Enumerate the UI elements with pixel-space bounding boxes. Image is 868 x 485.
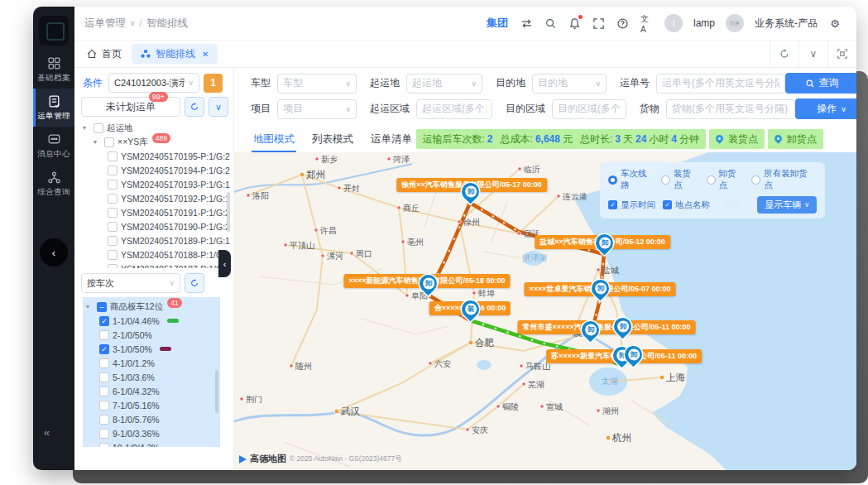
swap-icon[interactable] bbox=[520, 17, 534, 30]
route-stop-label[interactable]: 常州市盛×××××汽车销售服务有限公司/05-11 00:00 bbox=[518, 320, 696, 334]
mode-tab-运单清单[interactable]: 运单清单 bbox=[369, 127, 414, 152]
checkbox-icon[interactable]: ✓ bbox=[663, 200, 672, 209]
group-switcher[interactable]: 集团 bbox=[487, 16, 508, 31]
vehicle-root-row[interactable]: ▾–商品板车12位41 bbox=[86, 300, 220, 314]
refresh-button[interactable] bbox=[185, 97, 204, 117]
checkbox[interactable] bbox=[94, 123, 103, 133]
breadcrumb-section[interactable]: 运单管理 bbox=[84, 17, 126, 31]
map-pin-unload[interactable]: 卸 bbox=[610, 315, 635, 339]
unplanned-waybills-button[interactable]: 未计划运单 99+ bbox=[81, 97, 180, 117]
checkbox[interactable] bbox=[99, 372, 109, 382]
gear-icon[interactable]: ⚙ bbox=[828, 17, 842, 30]
translate-icon[interactable]: 文A bbox=[640, 17, 654, 30]
origin-select[interactable]: 起运地∨ bbox=[406, 74, 482, 94]
tab-smart-routing[interactable]: 智能排线 ✕ bbox=[132, 44, 218, 64]
tree-row-warehouse[interactable]: ▾××YS库489 bbox=[83, 135, 230, 149]
checkbox[interactable] bbox=[108, 236, 117, 246]
show-vehicles-button[interactable]: 显示车辆∨ bbox=[757, 196, 817, 214]
radio-icon[interactable] bbox=[608, 175, 617, 185]
panel-collapse-handle[interactable]: ‹ bbox=[218, 250, 231, 277]
legend-check-显示时间[interactable]: ✓显示时间 bbox=[608, 199, 655, 211]
switch-avatar[interactable]: 切换 bbox=[726, 14, 744, 32]
radio-icon[interactable] bbox=[661, 175, 670, 185]
sidebar-collapse-bottom[interactable]: « bbox=[44, 426, 49, 439]
waybill-row[interactable]: YSM202405170187-P:1/G:210 bbox=[83, 262, 230, 268]
search-icon[interactable] bbox=[544, 17, 558, 30]
legend-radio-所有装卸货点[interactable]: 所有装卸货点 bbox=[751, 168, 809, 191]
waybill-row[interactable]: YSM202405170189-P:1/G:175 bbox=[83, 233, 230, 247]
system-name[interactable]: 业务系统-产品 bbox=[755, 17, 818, 31]
trip-row[interactable]: 10-1/0/4.3% bbox=[86, 440, 220, 447]
waybill-row[interactable]: YSM202405170192-P:1/G:175 bbox=[83, 191, 230, 205]
project-select[interactable]: 项目∨ bbox=[277, 99, 357, 119]
condition-count-badge[interactable]: 1 bbox=[204, 74, 223, 93]
checkbox[interactable] bbox=[108, 180, 117, 190]
radio-icon[interactable] bbox=[707, 175, 716, 185]
waybill-row[interactable]: YSM202405170191-P:1/G:210 bbox=[83, 205, 230, 219]
checkbox[interactable] bbox=[108, 222, 117, 232]
checkbox[interactable] bbox=[104, 137, 114, 147]
checkbox[interactable] bbox=[99, 358, 109, 368]
vehicle-type-select[interactable]: 车型∨ bbox=[277, 74, 357, 94]
radio-icon[interactable] bbox=[751, 175, 760, 185]
bell-icon[interactable] bbox=[568, 17, 582, 30]
close-icon[interactable]: ✕ bbox=[202, 50, 209, 59]
checkbox[interactable]: ✓ bbox=[99, 316, 109, 326]
load-point-legend[interactable]: 装货点 bbox=[709, 129, 765, 149]
checkbox[interactable] bbox=[99, 443, 109, 448]
cargo-input[interactable]: 货物(多个用英文逗号分隔) bbox=[666, 99, 795, 119]
trip-row[interactable]: ✓1-1/0/4.46% bbox=[86, 314, 220, 328]
caret-icon[interactable]: ▾ bbox=[83, 124, 90, 132]
legend-radio-装货点[interactable]: 装货点 bbox=[661, 168, 696, 191]
map-pin-unload[interactable]: 卸 bbox=[587, 276, 612, 301]
trip-row[interactable]: 9-1/0/3.36% bbox=[86, 426, 220, 440]
checkbox[interactable] bbox=[99, 387, 109, 396]
user-avatar[interactable]: l bbox=[664, 14, 683, 32]
checkbox[interactable] bbox=[99, 415, 109, 425]
unload-point-legend[interactable]: 卸货点 bbox=[768, 129, 823, 149]
trip-row[interactable]: 8-1/0/5.76% bbox=[86, 412, 220, 426]
trip-row[interactable]: 7-1/0/5.16% bbox=[86, 398, 220, 412]
mode-tab-列表模式[interactable]: 列表模式 bbox=[310, 127, 355, 152]
checkbox[interactable] bbox=[108, 151, 117, 161]
checkbox-icon[interactable]: ✓ bbox=[608, 200, 617, 209]
sidebar-item-运单管理[interactable]: 运单管理 bbox=[33, 89, 74, 127]
trip-row[interactable]: 2-1/0/50% bbox=[86, 328, 220, 342]
help-icon[interactable] bbox=[616, 17, 630, 30]
action-button[interactable]: 操作∨ bbox=[795, 98, 856, 119]
waybill-no-input[interactable]: 运单号(多个用英文逗号分隔) bbox=[656, 74, 785, 94]
checkbox[interactable] bbox=[108, 166, 117, 175]
map-canvas[interactable]: 黄海 新乡郑州开封洛阳菏泽商丘许昌平顶山漯河周口亳州临沂连云港徐州宿迁盐城阜阳蚌… bbox=[234, 152, 856, 470]
legend-check-地点名称[interactable]: ✓地点名称 bbox=[663, 199, 710, 211]
waybill-row[interactable]: YSM202405170194-P:1/G:210 bbox=[83, 163, 230, 177]
checkbox[interactable] bbox=[108, 264, 117, 269]
destination-select[interactable]: 目的地∨ bbox=[532, 74, 607, 94]
fullscreen-icon[interactable] bbox=[592, 17, 606, 30]
trip-row[interactable]: ✓3-1/0/50% bbox=[86, 342, 220, 356]
trip-row[interactable]: 6-1/0/4.32% bbox=[86, 384, 220, 398]
scrollbar[interactable] bbox=[215, 370, 218, 413]
waybill-row[interactable]: YSM202405170188-P:1/G:165 bbox=[83, 247, 230, 262]
search-button[interactable]: 查询 bbox=[785, 73, 856, 94]
checkbox[interactable] bbox=[99, 330, 109, 340]
refresh-icon[interactable] bbox=[770, 41, 798, 67]
mode-tab-地图模式[interactable]: 地图模式 bbox=[252, 127, 296, 152]
chevron-down-icon[interactable]: ∨ bbox=[798, 41, 827, 67]
checkbox[interactable]: – bbox=[97, 302, 107, 312]
group-by-select[interactable]: 按车次∨ bbox=[81, 273, 180, 293]
caret-icon[interactable]: ▾ bbox=[86, 303, 94, 310]
sidebar-item-消息中心[interactable]: 消息中心 bbox=[33, 127, 74, 165]
checkbox[interactable] bbox=[99, 401, 109, 411]
refresh-vehicles-button[interactable] bbox=[185, 273, 204, 293]
checkbox[interactable] bbox=[108, 208, 117, 218]
origin-area-input[interactable]: 起运区域(多个用英文 bbox=[416, 99, 492, 119]
legend-radio-卸货点[interactable]: 卸货点 bbox=[707, 168, 741, 191]
scrollbar[interactable] bbox=[227, 192, 230, 232]
checkbox[interactable] bbox=[108, 250, 117, 260]
condition-select[interactable]: C241012003-演示2∨ bbox=[108, 73, 199, 93]
caret-icon[interactable]: ▾ bbox=[94, 138, 101, 146]
sidebar-item-综合查询[interactable]: 综合查询 bbox=[33, 165, 74, 203]
waybill-row[interactable]: YSM202405170195-P:1/G:210 bbox=[83, 149, 230, 163]
sidebar-item-基础档案[interactable]: 基础档案 bbox=[33, 50, 74, 89]
trip-row[interactable]: 5-1/0/3.6% bbox=[86, 370, 220, 384]
